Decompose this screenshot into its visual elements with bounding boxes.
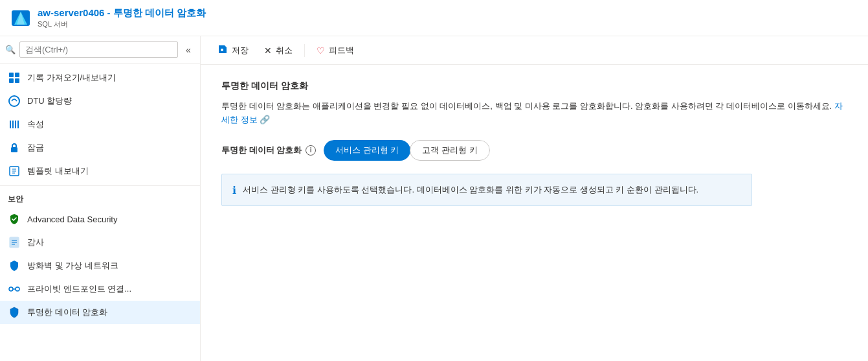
info-box-icon: ℹ — [232, 184, 236, 196]
cancel-icon: ✕ — [264, 45, 272, 56]
toggle-group: 서비스 관리형 키 고객 관리형 키 — [324, 140, 489, 161]
svg-rect-9 — [12, 121, 14, 128]
svg-rect-6 — [15, 78, 19, 83]
sidebar-item-audit[interactable]: 감사 — [0, 231, 200, 254]
sidebar-item-label: DTU 할당량 — [27, 95, 72, 107]
sidebar-item-label: 방화벽 및 가상 네트워크 — [27, 260, 118, 272]
customer-key-toggle[interactable]: 고객 관리형 키 — [410, 140, 489, 161]
header: aw-server0406 - 투명한 데이터 암호화 SQL 서버 — [0, 0, 868, 36]
feedback-icon: ♡ — [317, 45, 325, 56]
info-icon[interactable]: i — [306, 145, 316, 156]
sidebar-item-advanced-data-security[interactable]: Advanced Data Security — [0, 207, 200, 231]
svg-rect-11 — [17, 121, 19, 128]
svg-rect-3 — [9, 73, 14, 77]
sidebar-item-locks[interactable]: 잠금 — [0, 136, 200, 159]
dtu-icon — [8, 95, 21, 108]
page-subtitle: SQL 서버 — [38, 19, 206, 29]
lock-icon — [8, 141, 21, 154]
template-icon — [8, 165, 21, 178]
description-text: 투명한 데이터 암호화는 애플리케이션을 변경할 필요 없이 데이터베이스, 백… — [221, 101, 832, 111]
svg-rect-5 — [9, 78, 14, 83]
svg-point-15 — [9, 287, 13, 291]
info-box: ℹ 서비스 관리형 키를 사용하도록 선택했습니다. 데이터베이스 암호화를 위… — [221, 174, 752, 206]
sidebar-item-firewall[interactable]: 방화벽 및 가상 네트워크 — [0, 254, 200, 277]
sidebar-item-tde[interactable]: 투명한 데이터 암호화 — [0, 301, 200, 324]
collapse-button[interactable]: « — [182, 43, 195, 56]
svg-rect-12 — [11, 147, 17, 152]
sidebar-item-label: 잠금 — [27, 142, 44, 154]
sidebar-item-template-export[interactable]: 템플릿 내보내기 — [0, 159, 200, 183]
save-icon — [217, 44, 228, 56]
search-input[interactable] — [19, 41, 178, 58]
save-label: 저장 — [232, 45, 249, 56]
cancel-label: 취소 — [276, 45, 293, 56]
sidebar-item-label: 속성 — [27, 119, 44, 130]
properties-icon — [8, 118, 21, 131]
content-area: 투명한 데이터 암호화 투명한 데이터 암호화는 애플리케이션을 변경할 필요 … — [201, 65, 868, 361]
sidebar-item-dtu[interactable]: DTU 할당량 — [0, 89, 200, 113]
feedback-button[interactable]: ♡ 피드백 — [310, 42, 361, 59]
sidebar-item-properties[interactable]: 속성 — [0, 113, 200, 136]
search-bar: 🔍 « — [0, 36, 200, 64]
toolbar-separator — [304, 44, 305, 57]
tde-label: 투명한 데이터 암호화 i — [221, 145, 316, 156]
azure-icon — [10, 8, 31, 29]
toolbar: 저장 ✕ 취소 ♡ 피드백 — [201, 36, 868, 65]
sidebar-item-label: 템플릿 내보내기 — [27, 165, 89, 177]
sidebar-item-import-export[interactable]: 기록 가져오기/내보내기 — [0, 66, 200, 89]
sidebar-item-label: 투명한 데이터 암호화 — [27, 307, 107, 318]
search-icon: 🔍 — [5, 45, 16, 54]
tde-row: 투명한 데이터 암호화 i 서비스 관리형 키 고객 관리형 키 — [221, 140, 847, 161]
content-description: 투명한 데이터 암호화는 애플리케이션을 변경할 필요 없이 데이터베이스, 백… — [221, 100, 847, 127]
svg-rect-8 — [10, 121, 11, 128]
endpoint-icon — [8, 283, 21, 296]
cancel-button[interactable]: ✕ 취소 — [258, 42, 299, 59]
main-panel: 저장 ✕ 취소 ♡ 피드백 투명한 데이터 암호화 투명한 데이터 암호화는 애… — [201, 36, 868, 361]
sidebar-item-private-endpoint[interactable]: 프라이빗 엔드포인트 연결... — [0, 277, 200, 301]
svg-rect-17 — [220, 45, 223, 47]
audit-icon — [8, 236, 21, 249]
sidebar: 🔍 « 기록 가져오기/내보내기 DTU 할당량 — [0, 36, 201, 361]
sidebar-item-label: 프라이빗 엔드포인트 연결... — [27, 283, 131, 295]
svg-rect-4 — [15, 73, 19, 77]
header-title-group: aw-server0406 - 투명한 데이터 암호화 SQL 서버 — [38, 7, 206, 29]
svg-point-16 — [16, 287, 19, 291]
security-section-label: 보안 — [0, 185, 200, 207]
sidebar-item-label: Advanced Data Security — [27, 215, 117, 224]
svg-rect-10 — [15, 121, 16, 128]
save-button[interactable]: 저장 — [211, 41, 255, 59]
sidebar-nav: 기록 가져오기/내보내기 DTU 할당량 속성 잠금 — [0, 64, 200, 361]
tde-label-text: 투명한 데이터 암호화 — [221, 145, 302, 156]
tde-icon — [8, 306, 21, 319]
sidebar-item-label: 감사 — [27, 237, 44, 248]
feedback-label: 피드백 — [329, 45, 354, 56]
shield-green-icon — [8, 213, 21, 226]
sidebar-item-label: 기록 가져오기/내보내기 — [27, 72, 116, 84]
info-box-text: 서비스 관리형 키를 사용하도록 선택했습니다. 데이터베이스 암호화를 위한 … — [243, 183, 698, 196]
service-key-toggle[interactable]: 서비스 관리형 키 — [324, 140, 410, 161]
content-title: 투명한 데이터 암호화 — [221, 80, 847, 92]
svg-point-7 — [9, 96, 19, 106]
import-export-icon — [8, 71, 21, 84]
page-title: aw-server0406 - 투명한 데이터 암호화 — [38, 7, 206, 19]
firewall-icon — [8, 259, 21, 272]
